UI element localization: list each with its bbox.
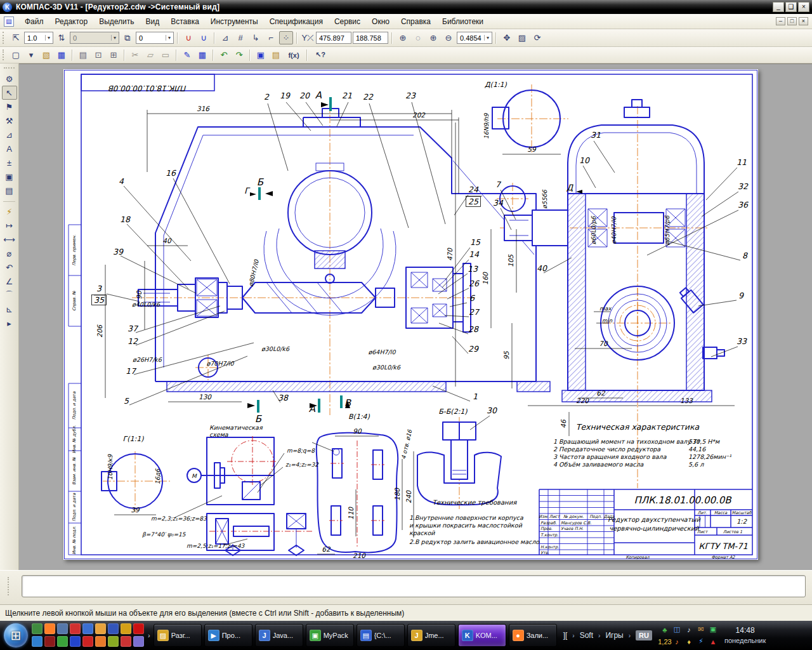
drawing-sheet[interactable]: ПЛК.18.01.00.00.0В2192021222324251514132…	[63, 69, 758, 560]
quick-launch-icon[interactable]: i	[121, 623, 131, 634]
tool-icon[interactable]: ↶	[2, 260, 17, 274]
toolbar-control[interactable]: 0	[70, 32, 119, 44]
toolbar-control[interactable]: ⌐	[264, 31, 278, 44]
minimize-button[interactable]: _	[773, 2, 784, 12]
menu-item[interactable]: Редактор	[49, 15, 94, 28]
quick-launch-icon[interactable]: A	[82, 636, 93, 647]
quick-launch-icon[interactable]: O	[70, 623, 81, 634]
menu-item[interactable]: Файл	[19, 15, 49, 28]
mdi-minimize-icon[interactable]: –	[776, 17, 785, 25]
toolbar-button[interactable]: ✂	[128, 48, 142, 62]
toolbar-grip[interactable]	[3, 32, 6, 44]
task-button[interactable]: ▨ Разг...	[154, 624, 202, 647]
menu-item[interactable]: Сервис	[329, 15, 366, 28]
path-item-soft[interactable]: Soft	[580, 631, 593, 640]
tool-icon[interactable]: ⚡	[2, 204, 17, 218]
task-button[interactable]: K KOM...	[458, 624, 506, 647]
toolbar-button[interactable]: ✎	[180, 48, 194, 62]
menu-item[interactable]: Окно	[366, 15, 395, 28]
toolbar-button[interactable]: ▤	[269, 48, 283, 62]
toolbar-button[interactable]: ▢	[9, 48, 23, 62]
tool-icon[interactable]: ▸	[2, 316, 17, 330]
quick-launch-icon[interactable]: 7	[108, 636, 119, 647]
toolbar-button[interactable]: ↷	[232, 48, 246, 62]
tray-icon[interactable]: ▣	[708, 625, 718, 635]
property-bar-grip[interactable]	[8, 577, 9, 595]
chevron-icon[interactable]: ›	[148, 632, 150, 639]
tool-icon[interactable]: ⚑	[2, 100, 17, 114]
toolbar-control[interactable]: ↳	[249, 31, 263, 44]
title-bar[interactable]: K КОМПАС-3D V11 - [Редуктор2.cdw ->Систе…	[0, 0, 812, 14]
toolbar-button[interactable]: ↶	[217, 48, 231, 62]
toolbar-control[interactable]: 0	[136, 32, 174, 44]
toolbar-button[interactable]: ▭	[159, 48, 173, 62]
toolbar-button[interactable]: ▤	[76, 48, 90, 62]
quick-launch-icon[interactable]: ●	[44, 636, 55, 647]
quick-launch-icon[interactable]: J	[95, 623, 106, 634]
toolbar-control[interactable]: ⇅	[55, 31, 69, 44]
clock[interactable]: 14:48 понедельник	[724, 625, 766, 646]
toolbar-button[interactable]: ⊡	[91, 48, 105, 62]
toolbar-control[interactable]: ✥	[500, 31, 514, 44]
tool-icon[interactable]: A	[2, 142, 17, 156]
quick-launch-icon[interactable]: ✉	[133, 636, 144, 647]
tray-icon[interactable]: ♣	[660, 625, 670, 635]
toolbar-button[interactable]: f(x)	[284, 48, 303, 62]
toolbar-button[interactable]: ▱	[143, 48, 157, 62]
quick-launch-icon[interactable]: ▩	[108, 623, 119, 634]
toolbar-button[interactable]: ▦	[195, 48, 209, 62]
menu-item[interactable]: Справка	[395, 15, 436, 28]
toolbar-control[interactable]: ∪	[197, 31, 211, 44]
tool-icon[interactable]: ⚒	[2, 114, 17, 128]
tool-icon[interactable]: ▣	[2, 169, 17, 183]
task-button[interactable]: ● Зали...	[509, 624, 557, 647]
quick-launch-icon[interactable]: ◉	[32, 636, 43, 647]
toolbar-control[interactable]	[495, 32, 497, 44]
toolbar-grip[interactable]	[3, 50, 6, 61]
tray-icon[interactable]: ▲	[708, 637, 718, 647]
menu-item[interactable]: Вставка	[165, 15, 205, 28]
close-button[interactable]: ×	[798, 2, 809, 12]
quick-launch-icon[interactable]: ★	[133, 623, 144, 634]
tray-icon[interactable]: ◫	[672, 625, 682, 635]
toolbar-control[interactable]: ⊕	[396, 31, 410, 44]
toolbar-control[interactable]: ⟳	[530, 31, 544, 44]
maximize-button[interactable]: ❑	[785, 2, 797, 12]
quick-launch-icon[interactable]: ▦	[82, 623, 93, 634]
toolbar-control[interactable]: Y⤫	[301, 31, 315, 44]
tray-icon[interactable]: ♪	[672, 637, 682, 647]
tool-icon[interactable]: ↦	[2, 218, 17, 232]
quick-launch-icon[interactable]: ✚	[57, 636, 68, 647]
quick-launch-icon[interactable]: ●	[44, 623, 55, 634]
tool-icon[interactable]: ⟷	[2, 232, 17, 246]
tool-icon[interactable]: ⌀	[2, 246, 17, 260]
toolbar-button[interactable]: ⊞	[107, 48, 121, 62]
toolbar-control[interactable]: ◌	[411, 31, 425, 44]
toolbar-button[interactable]: ↖?	[311, 48, 330, 62]
toolbar-control[interactable]	[214, 32, 215, 44]
task-button[interactable]: ▤ {C:\...	[357, 624, 405, 647]
tool-icon[interactable]: ∠	[2, 274, 17, 288]
toolbar-control[interactable]	[177, 32, 178, 44]
toolbar-control[interactable]: ▨	[515, 31, 529, 44]
toolbar-control[interactable]: 0.4854	[457, 32, 492, 44]
toolbar-control[interactable]: ⇱	[9, 31, 23, 44]
toolbar-button[interactable]: ▣	[254, 48, 268, 62]
menu-item[interactable]: Выделить	[93, 15, 140, 28]
mdi-restore-icon[interactable]: □	[787, 17, 797, 25]
path-prefix[interactable]: ][	[563, 631, 568, 640]
menu-item[interactable]: Библиотеки	[436, 15, 489, 28]
tool-icon[interactable]: ↖	[2, 86, 17, 100]
tray-icon[interactable]: ♦	[684, 637, 694, 647]
tool-icon[interactable]	[3, 197, 15, 202]
toolbar-control[interactable]: 1.0	[24, 32, 53, 44]
task-button[interactable]: ▶ Про...	[204, 624, 252, 647]
task-button[interactable]: J Jme...	[407, 624, 455, 647]
toolbar-control[interactable]: ⊕	[426, 31, 440, 44]
property-bar-field[interactable]	[22, 575, 806, 597]
toolbar-button[interactable]: ▾	[24, 48, 38, 62]
task-button[interactable]: ▣ MyPack	[306, 624, 354, 647]
toolbar-control[interactable]: #	[233, 31, 247, 44]
toolbar-control[interactable]: 475.897	[316, 32, 351, 44]
toolbar-button[interactable]: ▦	[55, 48, 69, 62]
